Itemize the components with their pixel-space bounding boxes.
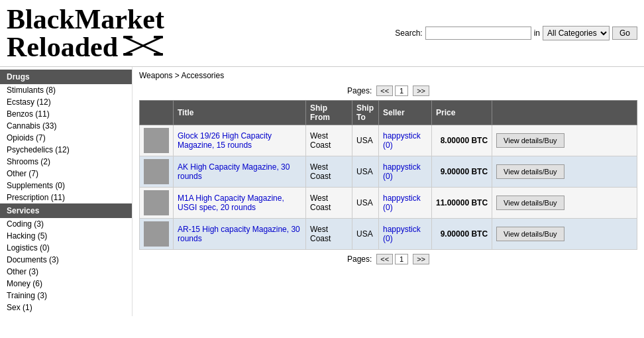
- th-title: Title: [174, 101, 306, 125]
- category-select[interactable]: All Categories: [543, 26, 610, 40]
- logo-line2: Reloaded: [7, 33, 118, 61]
- seller: happystick (0): [379, 125, 432, 156]
- logo-area: BlackMarket Reloaded: [7, 5, 164, 61]
- sidebar-item-hacking[interactable]: Hacking (5): [0, 230, 132, 242]
- sidebar-item-training[interactable]: Training (3): [0, 290, 132, 302]
- ship-to: USA: [352, 219, 379, 250]
- next-page-btn-bottom[interactable]: >>: [413, 254, 429, 264]
- ship-from: West Coast: [306, 125, 352, 156]
- listings-tbody: Glock 19/26 High Capacity Magazine, 15 r…: [140, 125, 637, 250]
- sidebar-item-supplements[interactable]: Supplements (0): [0, 180, 132, 192]
- sidebar-item-coding[interactable]: Coding (3): [0, 218, 132, 230]
- view-btn-cell: View details/Buy: [492, 125, 637, 156]
- pagination-top: Pages: << 1 >>: [139, 85, 637, 96]
- main-layout: Drugs Stimulants (8) Ecstasy (12) Benzos…: [0, 67, 644, 316]
- ship-to: USA: [352, 125, 379, 156]
- view-details-button[interactable]: View details/Buy: [496, 227, 564, 241]
- sidebar-item-opioids[interactable]: Opioids (7): [0, 132, 132, 144]
- pages-label: Pages:: [347, 86, 372, 95]
- current-page: 1: [395, 85, 408, 96]
- sidebar-item-money[interactable]: Money (6): [0, 278, 132, 290]
- search-label: Search:: [395, 28, 422, 38]
- item-price: 9.00000 BTC: [432, 219, 492, 250]
- next-page-btn[interactable]: >>: [413, 85, 429, 96]
- item-title-cell: M1A High Capacity Magazine, USGI spec, 2…: [174, 188, 306, 219]
- seller-link[interactable]: happystick (0): [383, 162, 421, 181]
- item-title-link[interactable]: Glock 19/26 High Capacity Magazine, 15 r…: [178, 131, 272, 150]
- th-ship-from: Ship From: [306, 101, 352, 125]
- sidebar-item-ecstasy[interactable]: Ecstasy (12): [0, 96, 132, 108]
- current-page-bottom: 1: [395, 254, 408, 264]
- item-thumbnail: [140, 125, 174, 156]
- svg-rect-4: [123, 36, 133, 38]
- item-thumbnail: [140, 219, 174, 250]
- breadcrumb-separator: >: [175, 71, 182, 80]
- sidebar-item-prescription[interactable]: Prescription (11): [0, 192, 132, 203]
- ship-to: USA: [352, 188, 379, 219]
- breadcrumb-current: Accessories: [182, 71, 225, 80]
- th-seller: Seller: [379, 101, 432, 125]
- in-label: in: [534, 28, 540, 38]
- view-details-button[interactable]: View details/Buy: [496, 164, 564, 179]
- services-header[interactable]: Services: [0, 203, 132, 218]
- item-title-link[interactable]: M1A High Capacity Magazine, USGI spec, 2…: [178, 194, 284, 212]
- search-area: Search: in All Categories Go: [395, 26, 637, 40]
- item-title-cell: AK High Capacity Magazine, 30 rounds: [174, 156, 306, 188]
- breadcrumb-parent[interactable]: Weapons: [139, 71, 172, 80]
- breadcrumb: Weapons > Accessories: [139, 71, 637, 80]
- view-details-button[interactable]: View details/Buy: [496, 196, 564, 210]
- ship-from: West Coast: [306, 219, 352, 250]
- svg-rect-3: [154, 53, 163, 56]
- sidebar-item-psychedelics[interactable]: Psychedelics (12): [0, 144, 132, 156]
- item-title-cell: AR-15 High capacity Magazine, 30 rounds: [174, 219, 306, 250]
- pagination-bottom: Pages: << 1 >>: [139, 254, 637, 264]
- seller: happystick (0): [379, 156, 432, 188]
- sidebar-item-other-services[interactable]: Other (3): [0, 266, 132, 278]
- listings-table: Title Ship From Ship To Seller Price Glo…: [139, 100, 637, 250]
- first-page-btn-bottom[interactable]: <<: [376, 254, 393, 264]
- th-ship-to: Ship To: [352, 101, 379, 125]
- item-title-link[interactable]: AR-15 High capacity Magazine, 30 rounds: [178, 225, 300, 243]
- sidebar-item-shrooms[interactable]: Shrooms (2): [0, 156, 132, 168]
- sidebar: Drugs Stimulants (8) Ecstasy (12) Benzos…: [0, 67, 133, 316]
- drugs-header[interactable]: Drugs: [0, 70, 132, 84]
- sidebar-item-sex[interactable]: Sex (1): [0, 302, 132, 313]
- seller-link[interactable]: happystick (0): [383, 131, 421, 150]
- svg-rect-5: [154, 36, 163, 38]
- sidebar-item-other-drugs[interactable]: Other (7): [0, 168, 132, 180]
- sidebar-item-stimulants[interactable]: Stimulants (8): [0, 84, 132, 96]
- sidebar-item-benzos[interactable]: Benzos (11): [0, 108, 132, 120]
- item-price: 11.00000 BTC: [432, 188, 492, 219]
- go-button[interactable]: Go: [612, 27, 637, 40]
- content-area: Weapons > Accessories Pages: << 1 >> Tit…: [133, 67, 644, 316]
- sidebar-item-documents[interactable]: Documents (3): [0, 254, 132, 266]
- item-image: [144, 221, 169, 247]
- sidebar-item-logistics[interactable]: Logistics (0): [0, 242, 132, 254]
- view-details-button[interactable]: View details/Buy: [496, 133, 564, 148]
- seller-link[interactable]: happystick (0): [383, 225, 421, 243]
- item-title-cell: Glock 19/26 High Capacity Magazine, 15 r…: [174, 125, 306, 156]
- table-row: M1A High Capacity Magazine, USGI spec, 2…: [140, 188, 637, 219]
- view-btn-cell: View details/Buy: [492, 219, 637, 250]
- seller: happystick (0): [379, 188, 432, 219]
- ship-from: West Coast: [306, 188, 352, 219]
- first-page-btn[interactable]: <<: [376, 85, 393, 96]
- item-thumbnail: [140, 188, 174, 219]
- seller: happystick (0): [379, 219, 432, 250]
- search-input[interactable]: [425, 27, 531, 40]
- seller-link[interactable]: happystick (0): [383, 194, 421, 212]
- th-price: Price: [432, 101, 492, 125]
- view-btn-cell: View details/Buy: [492, 156, 637, 188]
- th-image: [140, 101, 174, 125]
- item-image: [144, 159, 169, 184]
- table-row: AR-15 High capacity Magazine, 30 roundsW…: [140, 219, 637, 250]
- item-title-link[interactable]: AK High Capacity Magazine, 30 rounds: [178, 162, 290, 181]
- ship-from: West Coast: [306, 156, 352, 188]
- th-action: [492, 101, 637, 125]
- item-price: 9.00000 BTC: [432, 156, 492, 188]
- item-thumbnail: [140, 156, 174, 188]
- ship-to: USA: [352, 156, 379, 188]
- sidebar-item-cannabis[interactable]: Cannabis (33): [0, 120, 132, 132]
- crossed-guns-icon: [123, 36, 163, 59]
- logo: BlackMarket Reloaded: [7, 5, 164, 61]
